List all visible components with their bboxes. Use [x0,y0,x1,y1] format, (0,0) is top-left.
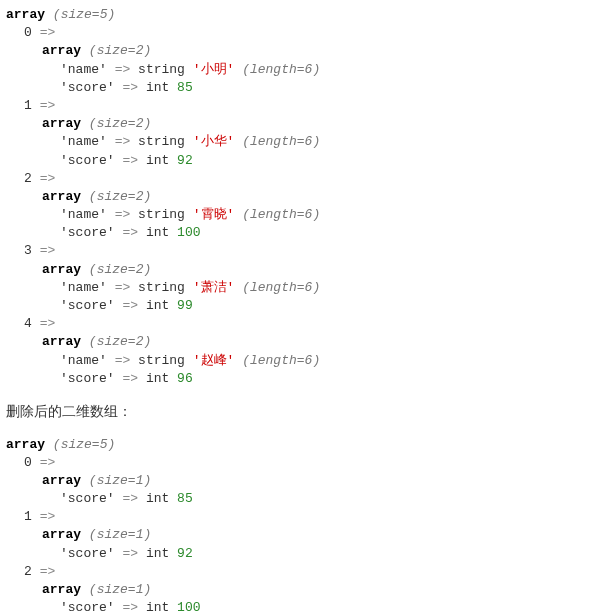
inner-array: array (size=2) [6,188,599,206]
score-row: 'score' => int 99 [6,297,599,315]
name-row: 'name' => string '小明' (length=6) [6,61,599,79]
section-heading: 删除后的二维数组： [6,388,599,436]
inner-array: array (size=2) [6,42,599,60]
array-index: 2 => [6,170,599,188]
inner-array: array (size=1) [6,472,599,490]
score-row: 'score' => int 100 [6,224,599,242]
score-row: 'score' => int 100 [6,599,599,615]
int-value: 85 [177,80,193,95]
array-index: 4 => [6,315,599,333]
name-row: 'name' => string '霄晓' (length=6) [6,206,599,224]
var-dump-block-1: array (size=5) 0 => array (size=2) 'name… [6,6,599,388]
array-size: (size=5) [53,7,115,22]
string-value: '小明' [193,62,235,77]
inner-array: array (size=1) [6,526,599,544]
array-index: 0 => [6,454,599,472]
inner-array: array (size=1) [6,581,599,599]
score-row: 'score' => int 92 [6,152,599,170]
array-keyword: array [6,7,45,22]
var-dump-block-2: array (size=5) 0 => array (size=1) 'scor… [6,436,599,615]
name-row: 'name' => string '小华' (length=6) [6,133,599,151]
array-index: 1 => [6,508,599,526]
array-root: array (size=5) [6,6,599,24]
score-row: 'score' => int 96 [6,370,599,388]
array-index: 3 => [6,242,599,260]
inner-array: array (size=2) [6,115,599,133]
name-row: 'name' => string '赵峰' (length=6) [6,352,599,370]
name-row: 'name' => string '萧洁' (length=6) [6,279,599,297]
inner-array: array (size=2) [6,261,599,279]
array-index: 0 => [6,24,599,42]
score-row: 'score' => int 85 [6,490,599,508]
score-row: 'score' => int 85 [6,79,599,97]
array-root: array (size=5) [6,436,599,454]
array-index: 2 => [6,563,599,581]
score-row: 'score' => int 92 [6,545,599,563]
array-index: 1 => [6,97,599,115]
inner-array: array (size=2) [6,333,599,351]
